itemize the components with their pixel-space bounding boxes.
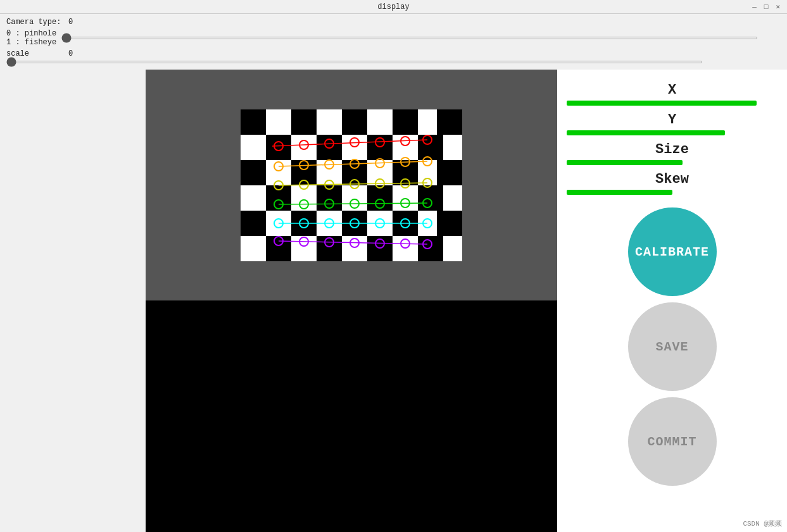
camera-type-slider-container: 0 : pinhole 1 : fisheye [6, 29, 758, 47]
minimize-button[interactable]: — [750, 3, 759, 11]
svg-rect-6 [266, 135, 291, 160]
scale-slider[interactable] [6, 61, 703, 63]
scale-slider-row [6, 61, 781, 63]
x-bar [567, 101, 757, 106]
window-title: display [377, 3, 409, 11]
svg-rect-5 [437, 109, 462, 135]
save-button[interactable]: SAVE [628, 302, 717, 391]
calibrate-button[interactable]: CALIBRATE [628, 207, 717, 296]
svg-rect-27 [418, 236, 443, 261]
camera-feed-top [146, 70, 557, 300]
window-controls: — □ ✕ [750, 3, 782, 11]
watermark: CSDN @频频 [743, 519, 782, 528]
svg-rect-14 [437, 160, 462, 185]
svg-rect-3 [342, 109, 367, 135]
commit-button[interactable]: COMMIT [628, 397, 717, 486]
right-panel: X Y Size Skew CALIBRATE [557, 70, 787, 532]
camera-type-slider[interactable] [61, 37, 758, 39]
svg-rect-23 [437, 211, 462, 236]
size-metric-row: Size [567, 142, 778, 165]
checkerboard-svg [234, 103, 469, 268]
svg-rect-9 [418, 135, 443, 160]
camera-options-row: 0 : pinhole 1 : fisheye [6, 29, 781, 47]
svg-rect-2 [291, 109, 317, 135]
y-bar [567, 130, 725, 135]
skew-bar-container [567, 190, 778, 195]
close-button[interactable]: ✕ [774, 3, 782, 11]
svg-rect-11 [291, 160, 317, 185]
skew-metric-row: Skew [567, 171, 778, 195]
svg-rect-25 [317, 236, 342, 261]
skew-bar [567, 190, 672, 195]
main-area: X Y Size Skew CALIBRATE [0, 70, 787, 532]
maximize-button[interactable]: □ [762, 3, 771, 11]
svg-rect-10 [241, 160, 266, 185]
pinhole-option: 0 : pinhole [6, 29, 56, 38]
top-controls: Camera type: 0 0 : pinhole 1 : fisheye s… [0, 14, 787, 70]
camera-options: 0 : pinhole 1 : fisheye [6, 29, 56, 47]
x-metric-label: X [668, 82, 676, 98]
y-bar-container [567, 130, 778, 135]
size-metric-label: Size [655, 142, 689, 158]
size-bar [567, 160, 683, 165]
skew-metric-label: Skew [655, 171, 689, 187]
svg-rect-24 [266, 236, 291, 261]
fisheye-option: 1 : fisheye [6, 38, 56, 47]
svg-rect-19 [241, 211, 266, 236]
x-bar-container [567, 101, 778, 106]
camera-feed [146, 70, 557, 532]
svg-rect-13 [393, 160, 418, 185]
y-metric-label: Y [668, 112, 676, 128]
title-bar: display — □ ✕ [0, 0, 787, 14]
svg-rect-17 [367, 185, 393, 211]
camera-type-row: Camera type: 0 [6, 18, 781, 27]
svg-rect-1 [241, 109, 266, 135]
size-bar-container [567, 160, 778, 165]
svg-rect-4 [393, 109, 418, 135]
camera-type-label: Camera type: [6, 18, 63, 27]
x-metric-row: X [567, 82, 778, 106]
camera-type-value: 0 [68, 18, 73, 27]
camera-feed-bottom [146, 300, 557, 532]
y-metric-row: Y [567, 112, 778, 135]
